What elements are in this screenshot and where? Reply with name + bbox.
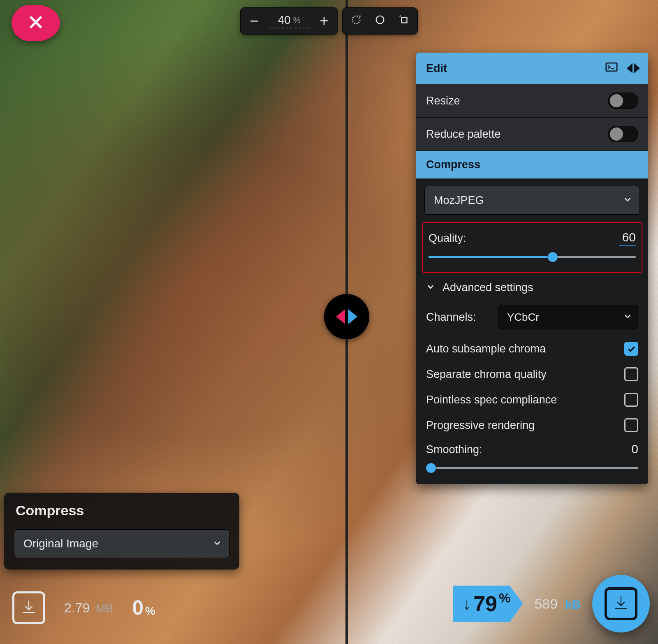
- svg-rect-2: [606, 63, 617, 71]
- crop-button[interactable]: [392, 9, 416, 32]
- original-size-value: 2.79: [64, 600, 90, 615]
- chevron-down-icon: [426, 281, 435, 294]
- cli-icon[interactable]: [605, 62, 618, 75]
- download-icon: [612, 594, 630, 614]
- resize-toggle[interactable]: [608, 93, 638, 109]
- separate-chroma-label: Separate chroma quality: [426, 368, 547, 381]
- crop-icon: [398, 12, 410, 30]
- progressive-label: Progressive rendering: [426, 419, 535, 432]
- transform-group: [342, 7, 418, 35]
- svg-point-0: [376, 16, 384, 24]
- output-size-unit: kB: [565, 598, 581, 611]
- top-toolbar: − 40 % +: [240, 7, 418, 35]
- smoothing-label: Smoothing:: [426, 443, 482, 456]
- original-footer: 2.79 MB 0 %: [12, 591, 155, 624]
- zoom-value: 40: [278, 14, 291, 27]
- left-compress-title: Compress: [16, 503, 229, 519]
- plus-icon: +: [320, 12, 328, 30]
- channels-value: YCbCr: [507, 311, 539, 324]
- edit-panel-header: Edit: [416, 53, 648, 84]
- separate-chroma-checkbox[interactable]: [624, 367, 638, 381]
- circle-icon: [374, 12, 386, 30]
- compress-ratio-tag: ↓ 79 %: [453, 586, 523, 622]
- quality-label: Quality:: [429, 232, 466, 245]
- compare-handle[interactable]: [324, 294, 369, 339]
- edit-title: Edit: [426, 62, 447, 75]
- quality-slider[interactable]: [429, 253, 636, 262]
- separate-chroma-row: Separate chroma quality: [416, 361, 648, 387]
- rotate-icon: [350, 12, 362, 30]
- compare-right-icon: [348, 309, 357, 324]
- auto-subsample-label: Auto subsample chroma: [426, 343, 546, 355]
- compress-section-title: Compress: [416, 151, 648, 178]
- channels-row: Channels: YCbCr: [416, 298, 648, 336]
- quality-value-input[interactable]: 60: [619, 230, 636, 246]
- output-size-value: 589: [534, 596, 558, 612]
- minus-icon: −: [250, 12, 258, 30]
- rotate-button[interactable]: [344, 9, 368, 32]
- chevron-down-icon: [213, 537, 222, 550]
- down-arrow-icon: ↓: [463, 595, 471, 613]
- output-size: 589 kB: [534, 596, 581, 612]
- original-delta-value: 0: [132, 596, 144, 620]
- reduce-palette-label: Reduce palette: [426, 128, 501, 141]
- zoom-in-button[interactable]: +: [312, 9, 336, 32]
- reduce-palette-toggle[interactable]: [608, 126, 638, 142]
- download-original-button[interactable]: [12, 591, 45, 624]
- left-compress-panel: Compress Original Image: [4, 493, 239, 570]
- close-button[interactable]: [12, 5, 60, 41]
- close-icon: [27, 13, 45, 33]
- smoothing-slider[interactable]: [426, 463, 638, 473]
- resize-label: Resize: [426, 95, 460, 107]
- quality-block: Quality: 60: [422, 222, 642, 273]
- advanced-settings-toggle[interactable]: Advanced settings: [416, 273, 648, 298]
- zoom-group: − 40 % +: [240, 7, 338, 35]
- original-size-unit: MB: [96, 602, 113, 615]
- channels-select[interactable]: YCbCr: [498, 305, 638, 329]
- svg-rect-1: [401, 17, 407, 23]
- chevron-down-icon: [623, 194, 632, 207]
- resize-row: Resize: [416, 84, 648, 117]
- triangle-right-icon: [634, 63, 640, 73]
- advanced-settings-label: Advanced settings: [443, 281, 533, 294]
- auto-subsample-row: Auto subsample chroma: [416, 336, 648, 361]
- left-codec-select[interactable]: Original Image: [14, 529, 229, 558]
- result-footer: ↓ 79 % 589 kB: [453, 575, 650, 632]
- swap-sides-button[interactable]: [627, 63, 640, 73]
- zoom-out-button[interactable]: −: [242, 9, 266, 32]
- original-size: 2.79 MB: [64, 600, 113, 616]
- original-delta: 0 %: [132, 596, 155, 620]
- triangle-left-icon: [627, 63, 633, 73]
- smoothing-value-input[interactable]: 0: [622, 442, 638, 457]
- progressive-row: Progressive rendering: [416, 412, 648, 438]
- slider-thumb[interactable]: [426, 463, 436, 473]
- original-delta-unit: %: [145, 605, 155, 618]
- compress-ratio-unit: %: [499, 591, 510, 606]
- progressive-checkbox[interactable]: [624, 418, 638, 432]
- spec-compliance-row: Pointless spec compliance: [416, 387, 648, 412]
- zoom-value-input[interactable]: 40 %: [269, 14, 310, 28]
- edit-panel: Edit Resize Reduce palette Compress MozJ…: [416, 53, 648, 484]
- download-result-button[interactable]: [592, 575, 650, 632]
- codec-value: MozJPEG: [434, 194, 484, 207]
- reduce-palette-row: Reduce palette: [416, 117, 648, 151]
- spec-compliance-checkbox[interactable]: [624, 393, 638, 407]
- download-icon: [20, 598, 38, 618]
- smoothing-block: Smoothing: 0: [416, 438, 648, 484]
- compare-left-icon: [336, 309, 345, 324]
- zoom-unit: %: [293, 16, 301, 25]
- background-toggle-button[interactable]: [368, 9, 392, 32]
- auto-subsample-checkbox[interactable]: [624, 342, 638, 356]
- left-codec-value: Original Image: [23, 537, 98, 550]
- codec-select[interactable]: MozJPEG: [424, 186, 640, 215]
- channels-label: Channels:: [426, 311, 476, 324]
- spec-compliance-label: Pointless spec compliance: [426, 394, 557, 406]
- slider-thumb[interactable]: [548, 252, 558, 262]
- compress-ratio-value: 79: [473, 591, 497, 616]
- chevron-down-icon: [623, 311, 632, 324]
